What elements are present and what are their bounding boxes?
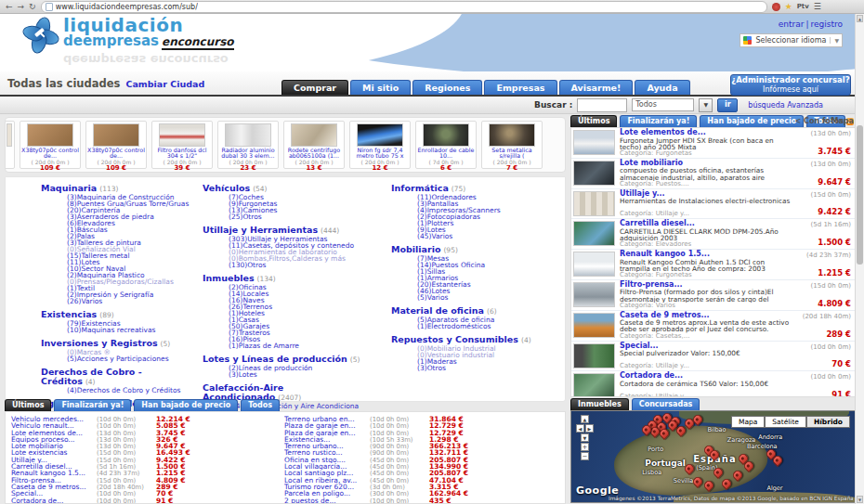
map-type-button[interactable]: Satélite — [765, 416, 806, 428]
subcategory-link[interactable]: (0)Prensas/Plegadoras/Cizallas — [41, 278, 199, 285]
bookmark-star-icon[interactable]: ★ — [785, 3, 792, 11]
map-pan-up-icon[interactable]: ▲ — [581, 415, 589, 423]
map-tab[interactable]: Inmuebles — [570, 398, 629, 410]
subcategory-link[interactable]: (1)Plazas de Amarre — [203, 342, 384, 349]
listing-title-link[interactable]: Terreno rustico... — [284, 449, 370, 456]
site-logo[interactable]: liquidación deempresasenconcurso — [22, 17, 234, 54]
subcategory-link[interactable]: (10)Maquinas recreativas — [41, 327, 199, 333]
listing-title-link[interactable]: Filtro-prensa... — [620, 280, 797, 290]
listing-title-link[interactable]: Special... — [620, 342, 797, 351]
extension-icon[interactable] — [772, 3, 780, 11]
listing-title-link[interactable]: Renault kangoo 1.5... — [620, 250, 797, 259]
subcategory-label[interactable]: Maquinas recreativas — [81, 326, 155, 334]
carousel-card[interactable]: Enrollador de cable 10... ( 7d 0h 0m ) 6… — [415, 121, 477, 169]
listing-title-link[interactable]: Lote elementos de... — [11, 430, 97, 436]
map-tab[interactable]: Concursadas — [632, 398, 700, 410]
carousel-card[interactable]: X38ty07p0c control de... ( 20d 0h 0m ) 1… — [85, 121, 147, 169]
subcategory-link[interactable]: (46)Lotes — [391, 288, 558, 294]
listing-title-link[interactable]: Turismo rover 620... — [284, 484, 370, 490]
filter-tab[interactable]: Últimos — [5, 399, 51, 411]
subcategory-link[interactable]: (1)Sillas — [391, 268, 558, 275]
subcategory-link[interactable]: (5)Acciones y Participaciones — [41, 355, 199, 362]
category-heading[interactable]: Derechos de Cobro - Créditos(4) — [41, 368, 199, 387]
listing-title-link[interactable]: Lote elementos de... — [620, 128, 797, 137]
refresh-icon[interactable]: ↻ — [29, 2, 36, 11]
listing-title-link[interactable]: Equipos proceso... — [11, 436, 97, 443]
listing-title-link[interactable]: Local en ribeira, av... — [284, 477, 370, 484]
url-text[interactable]: www.liquidaciondeempresas.com/sub/ — [56, 3, 198, 11]
subcategory-link[interactable]: (0)Vestuario industrial — [391, 352, 558, 358]
listing-photo[interactable] — [573, 313, 615, 338]
search-input[interactable] — [577, 98, 627, 112]
subcategory-link[interactable]: (45)Varios — [391, 233, 558, 239]
listing-photo[interactable] — [573, 252, 615, 277]
map-pan-right-icon[interactable]: ▶ — [585, 424, 594, 433]
subcategory-link[interactable]: (3)Aserraderos de piedra — [41, 213, 199, 220]
listing-title-link[interactable]: Utillaje y... — [11, 457, 97, 463]
map-zoom-in-icon[interactable]: + — [581, 443, 589, 451]
subcategory-label[interactable]: Varios — [431, 232, 452, 240]
scroll-up-icon[interactable]: ▲ — [857, 15, 863, 22]
ptv-extension-icon[interactable]: Ptv — [797, 3, 809, 10]
filter-tab[interactable]: Finalizarán ya! — [620, 115, 697, 127]
listing-title-link[interactable]: Lote mobiliario — [11, 443, 97, 449]
carousel-card[interactable]: X38ty07p0c control de... ( 20d 0h 0m ) 1… — [20, 121, 81, 169]
nav-tab[interactable]: Mi sitio — [350, 80, 411, 95]
category-heading[interactable]: Mobiliario(95) — [391, 245, 558, 255]
sidebar-listing-item[interactable]: Caseta de 9 metros... Caseta de 9 metros… — [571, 311, 855, 342]
listing-title-link[interactable]: Renault kangoo 1.5... — [11, 470, 97, 476]
listing-photo[interactable] — [573, 161, 615, 186]
carousel-card[interactable]: Niron fg sdr 7,4 metro tubo 75 x 10.4 ( … — [349, 121, 411, 169]
carousel-card-partial[interactable] — [5, 121, 15, 169]
listing-title-link[interactable]: Plaza de garaje en... — [284, 430, 370, 436]
listing-photo[interactable] — [573, 130, 615, 155]
subcategory-link[interactable]: (3)Otros — [391, 365, 558, 371]
category-name[interactable]: Repuestos y Consumibles — [391, 334, 518, 344]
listing-photo[interactable] — [573, 191, 615, 216]
listing-photo[interactable] — [573, 282, 615, 307]
category-name[interactable]: Mobiliario — [391, 244, 440, 254]
nav-tab[interactable]: Empresas — [484, 80, 556, 95]
register-link[interactable]: registro — [811, 19, 843, 29]
listing-title-link[interactable]: Terreno urbano en... — [284, 416, 370, 422]
listing-photo[interactable] — [573, 221, 615, 246]
subcategory-link[interactable]: (20)Estanterías — [391, 281, 558, 288]
category-heading[interactable]: Inversiones y Registros(5) — [41, 339, 199, 349]
url-bar[interactable]: www.liquidaciondeempresas.com/sub/ — [41, 1, 767, 13]
sidebar-listing-item[interactable]: Special... Special pulverizador Valor: 1… — [571, 342, 855, 372]
subcategory-link[interactable]: (3)Lotes — [203, 371, 384, 378]
category-name[interactable]: Existencias — [41, 309, 97, 319]
carousel-card[interactable]: Filtro danfoss dcl 304 s 1/2" 023z4530 (… — [151, 121, 213, 169]
listing-title-link[interactable]: Cortadora de... — [620, 371, 797, 381]
subcategory-link[interactable]: (1)Armarios — [391, 275, 558, 281]
category-name[interactable]: Lotes y Líneas de producción — [203, 354, 347, 364]
language-selector[interactable]: Seleccionar idioma ▼ — [740, 33, 843, 47]
category-name[interactable]: Informática — [391, 183, 449, 193]
category-name[interactable]: Inmuebles — [203, 273, 255, 283]
scroll-down-icon[interactable]: ▼ — [857, 496, 863, 503]
subcategory-label[interactable]: Lotes — [239, 370, 257, 379]
sidebar-listing-item[interactable]: Lote mobiliario compuesto de puestos ofi… — [571, 159, 855, 189]
scrollbar-thumb[interactable] — [857, 125, 863, 265]
nav-tab[interactable]: Comprar — [281, 80, 348, 95]
category-name[interactable]: Vehículos — [203, 183, 250, 193]
subcategory-link[interactable]: (2)Fotocopiadoras — [391, 213, 558, 220]
subcategory-label[interactable]: Otros — [247, 261, 266, 269]
sidebar-listing-item[interactable]: Renault kangoo 1.5... Renault Kangoo Com… — [571, 250, 855, 280]
listing-title-link[interactable]: Lote mobiliario — [620, 159, 797, 168]
advanced-search-link[interactable]: búsqueda Avanzada — [748, 101, 823, 110]
listing-title-link[interactable]: Carretilla diesel... — [11, 463, 97, 470]
listing-title-link[interactable]: Oficina en stgo.... — [284, 457, 370, 463]
listing-title-link[interactable]: Vehiculo renault... — [11, 422, 97, 429]
chevron-down-icon[interactable]: ▼ — [830, 37, 839, 44]
map-zoom-out-icon[interactable]: − — [581, 452, 589, 460]
listing-title-link[interactable]: Utillaje y... — [620, 189, 797, 199]
subcategory-link[interactable]: (1)Electrodomésticos — [391, 323, 558, 330]
admin-concursal-button[interactable]: ¿Administrador concursal? Infórmese aquí — [730, 74, 851, 96]
listing-title-link[interactable]: Parcela en poligo... — [284, 490, 370, 497]
subcategory-link[interactable]: (130)Otros — [203, 262, 384, 268]
login-link[interactable]: entrar — [779, 19, 805, 29]
category-name[interactable]: Maquinaria — [41, 183, 97, 193]
listing-photo[interactable] — [573, 343, 615, 368]
filter-tab[interactable]: Últimos — [570, 115, 617, 127]
